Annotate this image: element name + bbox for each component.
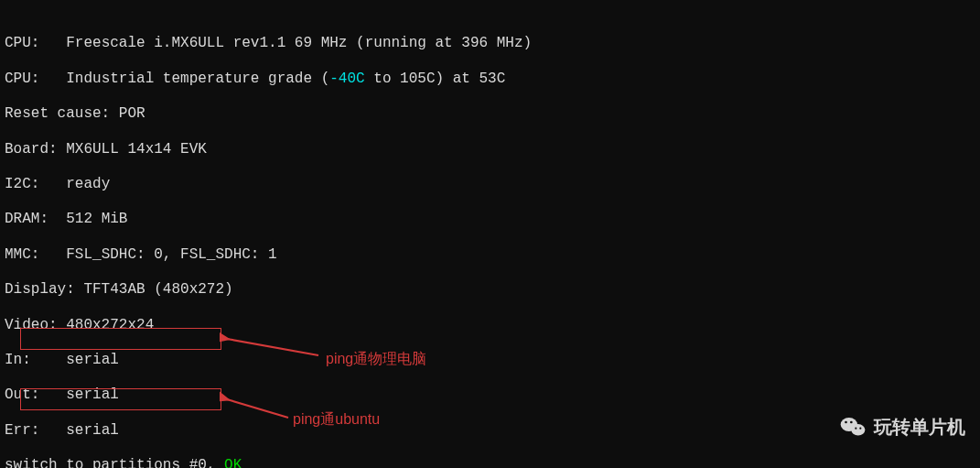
watermark-text: 玩转单片机 xyxy=(874,415,965,440)
line-i2c: I2C: ready xyxy=(0,176,980,193)
line-dram: DRAM: 512 MiB xyxy=(0,211,980,228)
line-cpu1: CPU: Freescale i.MX6ULL rev1.1 69 MHz (r… xyxy=(0,35,980,52)
line-in: In: serial xyxy=(0,352,980,369)
line-out: Out: serial xyxy=(0,386,980,404)
terminal-output: CPU: Freescale i.MX6ULL rev1.1 69 MHz (r… xyxy=(0,0,980,468)
wechat-icon xyxy=(839,413,867,441)
line-board: Board: MX6ULL 14x14 EVK xyxy=(0,141,980,158)
line-reset: Reset cause: POR xyxy=(0,105,980,123)
line-cpu2: CPU: Industrial temperature grade (-40C … xyxy=(0,71,980,88)
line-err: Err: serial xyxy=(0,422,980,440)
watermark: 玩转单片机 xyxy=(839,413,965,441)
line-video: Video: 480x272x24 xyxy=(0,317,980,334)
line-mmc: MMC: FSL_SDHC: 0, FSL_SDHC: 1 xyxy=(0,246,980,264)
line-display: Display: TFT43AB (480x272) xyxy=(0,281,980,299)
line-switch: switch to partitions #0, OK xyxy=(0,457,980,468)
svg-point-8 xyxy=(855,428,856,430)
svg-point-6 xyxy=(845,421,847,424)
svg-point-9 xyxy=(859,428,861,430)
svg-point-5 xyxy=(851,424,865,436)
svg-point-7 xyxy=(850,421,853,424)
